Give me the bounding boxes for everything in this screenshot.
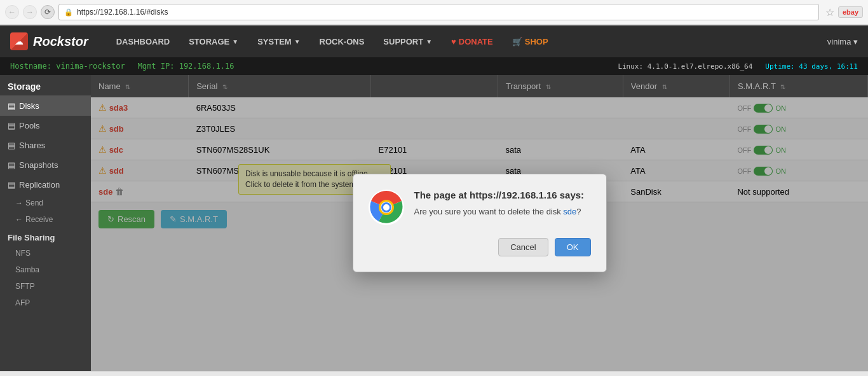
uptime-info: Uptime: 43 days, 16:11 (765, 62, 858, 71)
shop-icon: 🛒 (512, 37, 522, 46)
address-bar[interactable]: 🔒 https://192.168.1.16/#disks (58, 4, 819, 20)
disks-icon: ▤ (8, 101, 15, 111)
sidebar-item-samba[interactable]: Samba (0, 261, 91, 278)
send-arrow-icon: → (15, 198, 23, 207)
dialog-title: The page at https://192.168.1.16 says: (414, 190, 591, 200)
snapshots-icon: ▤ (8, 160, 15, 170)
sidebar-item-replication[interactable]: ▤ Replication (0, 175, 91, 195)
dialog-ok-button[interactable]: OK (555, 238, 591, 256)
browser-status-bar: https://192.168.1.16/# (0, 371, 868, 376)
sidebar-file-sharing-title: File Sharing (0, 228, 91, 245)
nav-rock-ons[interactable]: ROCK-ONS (311, 25, 374, 57)
chrome-logo-icon (369, 190, 404, 225)
content-area: Name ⇅ Serial ⇅ Transport ⇅ (91, 75, 868, 371)
heart-icon: ♥ (451, 37, 456, 46)
disk-name-highlight: sde (563, 207, 576, 216)
linux-info: Linux: 4.1.0-1.el7.elrepo.x86_64 (618, 62, 752, 71)
user-menu[interactable]: vinima ▾ (827, 37, 858, 46)
reload-button[interactable]: ⟳ (41, 5, 55, 19)
url-text: https://192.168.1.16/#disks (77, 8, 168, 17)
nav-menu: DASHBOARD STORAGE ▼ SYSTEM ▼ ROCK-ONS SU… (107, 25, 827, 57)
hostname-display: Hostname: vinima-rockstor (10, 62, 125, 71)
nav-system[interactable]: SYSTEM ▼ (248, 25, 309, 57)
logo-text: Rockstor (33, 34, 88, 49)
support-caret: ▼ (426, 38, 432, 45)
sidebar-section-storage: Storage (0, 75, 91, 96)
svg-point-3 (383, 204, 390, 211)
dialog-message: Are you sure you want to delete the disk… (414, 205, 591, 218)
sidebar-item-shares[interactable]: ▤ Shares (0, 136, 91, 155)
dialog-cancel-button[interactable]: Cancel (498, 238, 548, 256)
sidebar: Storage ▤ Disks ▤ Pools ▤ Shares ▤ Snaps… (0, 75, 91, 371)
sidebar-item-snapshots[interactable]: ▤ Snapshots (0, 155, 91, 175)
sidebar-item-receive[interactable]: ← Receive (0, 211, 91, 228)
nav-donate[interactable]: ♥ DONATE (442, 25, 502, 57)
pools-icon: ▤ (8, 121, 15, 130)
dialog-overlay: The page at https://192.168.1.16 says: A… (91, 75, 868, 371)
system-caret: ▼ (294, 38, 301, 45)
lock-icon: 🔒 (64, 8, 73, 17)
ebay-button[interactable]: ebay (838, 6, 863, 18)
sidebar-item-pools[interactable]: ▤ Pools (0, 116, 91, 136)
nav-support[interactable]: SUPPORT ▼ (374, 25, 441, 57)
sidebar-item-nfs[interactable]: NFS (0, 245, 91, 261)
nav-shop[interactable]: 🛒 SHOP (503, 25, 557, 57)
sidebar-item-disks[interactable]: ▤ Disks (0, 96, 91, 116)
ip-display: Mgmt IP: 192.168.1.16 (138, 62, 234, 71)
sidebar-item-afp[interactable]: AFP (0, 295, 91, 311)
replication-icon: ▤ (8, 180, 15, 190)
storage-caret: ▼ (232, 38, 238, 45)
sidebar-item-sftp[interactable]: SFTP (0, 278, 91, 295)
confirm-dialog: The page at https://192.168.1.16 says: A… (353, 174, 607, 272)
dialog-buttons: Cancel OK (369, 238, 591, 256)
forward-button[interactable]: → (23, 5, 37, 19)
shares-icon: ▤ (8, 141, 15, 150)
top-navigation: ☁ Rockstor DASHBOARD STORAGE ▼ SYSTEM ▼ … (0, 25, 868, 57)
bookmark-icon[interactable]: ☆ (825, 6, 834, 18)
nav-storage[interactable]: STORAGE ▼ (180, 25, 247, 57)
receive-arrow-icon: ← (15, 215, 23, 224)
logo-icon: ☁ (10, 32, 28, 50)
back-button[interactable]: ← (5, 5, 19, 19)
nav-dashboard[interactable]: DASHBOARD (107, 25, 179, 57)
sidebar-item-send[interactable]: → Send (0, 195, 91, 211)
logo[interactable]: ☁ Rockstor (10, 32, 88, 50)
status-bar: Hostname: vinima-rockstor Mgmt IP: 192.1… (0, 57, 868, 75)
